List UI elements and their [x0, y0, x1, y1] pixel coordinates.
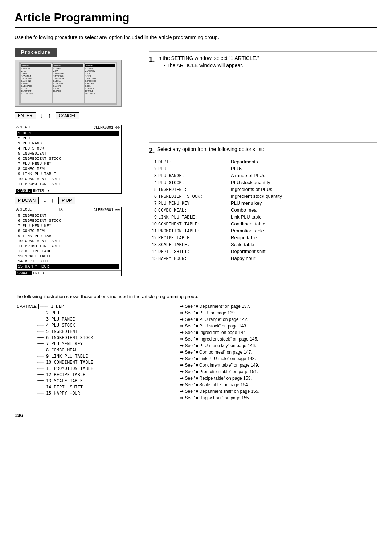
opt-num: 13: [149, 243, 157, 248]
tree-item: ├── 5 INGREDIENT: [15, 329, 180, 334]
opt-num: 12: [149, 236, 157, 241]
opt-desc: Scale table: [231, 242, 254, 247]
option-row: 15 HAPPY HOUR: Happy hour: [149, 256, 377, 261]
menu-item-2-condiment[interactable]: 10 CONDIMENT TABLE: [17, 239, 119, 244]
tree-branch: ├── 9 LINK PLU TABLE: [36, 354, 88, 359]
menu-item-plu-range[interactable]: 3 PLU RANGE: [17, 141, 119, 146]
menu-item-combo-meal[interactable]: 8 COMBO MEAL: [17, 166, 119, 171]
menu-item-plu-stock[interactable]: 4 PLU STOCK: [17, 146, 119, 151]
footer-cancel-1[interactable]: CANCEL: [16, 189, 32, 193]
page-number: 136: [15, 412, 377, 418]
menu-item-ingredient[interactable]: 5 INGREDIENT: [17, 151, 119, 156]
menu-item-link-plu[interactable]: 9 LINK PLU TABLE: [17, 171, 119, 176]
ref-text: See "■ Happy hour" on page 155.: [185, 395, 250, 400]
menu-item-dept[interactable]: 1 DEPT: [17, 131, 119, 136]
clerk-label-2: CLERK0001 ⊙⊙: [94, 208, 120, 212]
pdown-key[interactable]: P DOWN: [15, 197, 39, 204]
menu-item-plu-menu-key[interactable]: 7 PLU MENU KEY: [17, 161, 119, 166]
screen-col-3: SETTING 1.COMBI2.CARD LIM3.POL 4.INFO5.D…: [85, 63, 116, 103]
illustration-section: The following illustration shows those o…: [15, 288, 377, 402]
tree-item: ├── 3 PLU RANGE: [15, 317, 180, 322]
option-row: 14 DEPT. SHIFT: Department shift: [149, 249, 377, 254]
opt-num: 9: [149, 215, 157, 220]
menu-item-condiment[interactable]: 10 CONDIMENT TABLE: [17, 176, 119, 182]
article-label-1: ARTICLE: [16, 125, 32, 130]
opt-desc: A range of PLUs: [231, 173, 265, 178]
step-1-bullet: • The ARTICLE window will appear.: [164, 62, 377, 68]
opt-desc: Link PLU table: [231, 214, 262, 220]
ref-arrow: ➡: [180, 382, 184, 387]
opt-code: PLU:: [158, 167, 231, 172]
procedure-label: Procedure: [15, 48, 57, 57]
tree-branch: ├── 10 CONDIMENT TABLE: [36, 360, 93, 365]
menu-item-promotion[interactable]: 11 PROMOTION TABLE: [17, 182, 119, 187]
menu-item-2-recipe[interactable]: 12 RECIPE TABLE: [17, 249, 119, 254]
opt-num: 3: [149, 174, 157, 179]
option-row: 1 DEPT: Departments: [149, 159, 377, 165]
tree-right: ➡See "■ Department" on page 137.➡See "■ …: [180, 304, 377, 402]
tree-ref-item: ➡See "■ Ingredient" on page 144.: [180, 330, 377, 335]
ref-arrow: ➡: [180, 343, 184, 348]
ref-arrow: ➡: [180, 395, 184, 400]
tree-ref-item: ➡See "■ Recipe table" on page 153.: [180, 375, 377, 381]
ref-text: See "■ PLU stock" on page 143.: [185, 323, 248, 329]
opt-num: 15: [149, 256, 157, 261]
opt-num: 7: [149, 201, 157, 206]
screen-inner: SETTING 1.ARTICLE2.PLU3.MENU 4.PAYMENT5.…: [19, 62, 117, 105]
menu-item-ingredient-stock[interactable]: 6 INGREDIENT STOCK: [17, 156, 119, 161]
enter-cancel-row: ENTER ↓ ↑ CANCEL: [15, 112, 138, 119]
tree-branch: ├── 3 PLU RANGE: [36, 317, 75, 322]
ref-text: See "■ Ingredient" on page 144.: [185, 330, 247, 335]
menu-item-plu[interactable]: 2 PLU: [17, 136, 119, 141]
ref-text: See "■ Promotion table" on page 151.: [185, 369, 258, 374]
opt-num: 6: [149, 194, 157, 199]
tree-branch: ├── 12 RECIPE TABLE: [36, 372, 85, 377]
tree-branch: ├── 8 COMBO MEAL: [36, 347, 78, 353]
up-arrow: ↑: [48, 112, 51, 119]
tree-item: ├── 13 SCALE TABLE: [15, 378, 180, 383]
opt-desc: Recipe table: [231, 235, 257, 240]
enter-key[interactable]: ENTER: [15, 112, 36, 119]
opt-desc: Ingredient stock quantity: [231, 194, 282, 199]
tree-item: ├── 14 DEPT. SHIFT: [15, 384, 180, 390]
tree-ref-item: ➡See "■ Ingredient stock" on page 145.: [180, 336, 377, 342]
opt-num: 10: [149, 222, 157, 227]
footer-cancel-2[interactable]: CANCEL: [16, 271, 32, 275]
page-title: Article Programming: [15, 11, 377, 28]
menu-item-2-combo-meal[interactable]: 8 COMBO MEAL: [17, 228, 119, 233]
footer-enter-1[interactable]: ENTER: [33, 189, 44, 193]
footer-enter-2[interactable]: ENTER: [33, 271, 44, 275]
pup-key[interactable]: P UP: [58, 197, 75, 204]
opt-desc: Ingredients of PLUs: [231, 187, 272, 192]
menu-item-2-scale[interactable]: 13 SCALE TABLE: [17, 254, 119, 259]
ref-text: See "■ Recipe table" on page 153.: [185, 376, 252, 381]
tree-ref-item: ➡See "■ Department shift" on page 155.: [180, 388, 377, 394]
ref-arrow: ➡: [180, 362, 184, 368]
setting-screen: SETTING 1.ARTICLE2.PLU3.MENU 4.PAYMENT5.…: [15, 60, 122, 107]
menu-item-2-plu-menu-key[interactable]: 7 PLU MENU KEY: [17, 223, 119, 228]
ref-text: See "■ PLU range" on page 142.: [185, 317, 249, 322]
menu-item-2-happy-hour[interactable]: 15 HAPPY HOUR: [17, 264, 119, 269]
article-menu-footer-1: CANCEL ENTER [▼ ]: [15, 188, 121, 193]
ref-arrow: ➡: [180, 349, 184, 355]
tree-item: └── 15 HAPPY HOUR: [15, 391, 180, 396]
step-2-content: Select any option from the following opt…: [157, 146, 377, 154]
menu-item-2-dept-shift[interactable]: 14 DEPT. SHIFT: [17, 259, 119, 264]
options-table: 1 DEPT: Departments 2 PLU: PLUs 3 PLU RA…: [149, 159, 377, 261]
option-row: 8 COMBO MEAL: Combo meal: [149, 207, 377, 213]
step-2-text: Select any option from the following opt…: [157, 146, 377, 152]
illustration-tree: 1 ARTICLE─── 1 DEPT├── 2 PLU├── 3 PLU RA…: [15, 304, 377, 402]
menu-item-2-ingredient-stock[interactable]: 6 INGREDIENT STOCK: [17, 218, 119, 223]
menu-item-2-link-plu[interactable]: 9 LINK PLU TABLE: [17, 233, 119, 239]
pdown-arrow: ↓: [43, 196, 46, 204]
opt-code: RECIPE TABLE:: [158, 236, 231, 241]
opt-code: CONDIMENT TABLE:: [158, 222, 231, 227]
ref-text: See "■ Scale table" on page 154.: [185, 382, 249, 387]
article-menu-box-2: ARTICLE [A ] CLERK0001 ⊙⊙ 5 INGREDIENT 6…: [15, 207, 122, 276]
left-column: Procedure SETTING 1.ARTICLE2.PLU3.MENU 4…: [15, 48, 138, 279]
tree-ref-item: ➡See "■ Combo meal" on page 147.: [180, 349, 377, 355]
cancel-key[interactable]: CANCEL: [56, 112, 80, 119]
opt-desc: Condiment table: [231, 221, 265, 227]
menu-item-2-promotion[interactable]: 11 PROMOTION TABLE: [17, 244, 119, 249]
menu-item-2-ingredient[interactable]: 5 INGREDIENT: [17, 213, 119, 218]
